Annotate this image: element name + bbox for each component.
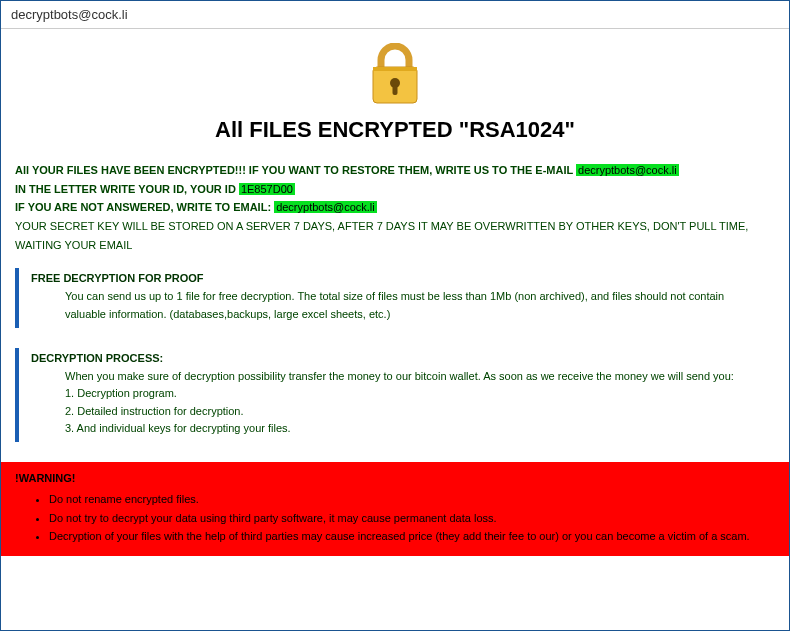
lock-icon [367, 43, 423, 109]
free-decryption-section: FREE DECRYPTION FOR PROOF You can send u… [15, 268, 775, 327]
warning-title: !WARNING! [15, 472, 775, 484]
svg-rect-3 [393, 85, 398, 95]
process-line-1: 1. Decryption program. [65, 385, 765, 403]
id-highlight: 1E857D00 [239, 183, 295, 195]
svg-rect-1 [373, 67, 417, 71]
process-line-intro: When you make sure of decryption possibi… [65, 368, 765, 386]
warning-panel: !WARNING! Do not rename encrypted files.… [1, 462, 789, 556]
content-scroll-area[interactable]: All FILES ENCRYPTED "RSA1024" All YOUR F… [1, 29, 789, 630]
decryption-process-title: DECRYPTION PROCESS: [31, 352, 765, 364]
email-highlight-2: decryptbots@cock.li [274, 201, 377, 213]
decryption-process-section: DECRYPTION PROCESS: When you make sure o… [15, 348, 775, 442]
intro-line1: All YOUR FILES HAVE BEEN ENCRYPTED!!! IF… [15, 164, 576, 176]
intro-line4: YOUR SECRET KEY WILL BE STORED ON A SERV… [15, 217, 775, 254]
intro-block: All YOUR FILES HAVE BEEN ENCRYPTED!!! IF… [15, 161, 775, 254]
warning-item-2: Do not try to decrypt your data using th… [49, 509, 775, 528]
free-decryption-body: You can send us up to 1 file for free de… [31, 288, 765, 323]
process-line-3: 3. And individual keys for decrypting yo… [65, 420, 765, 438]
page-title: All FILES ENCRYPTED "RSA1024" [15, 117, 775, 143]
warning-item-1: Do not rename encrypted files. [49, 490, 775, 509]
intro-line2: IN THE LETTER WRITE YOUR ID, YOUR ID [15, 183, 239, 195]
warning-item-3: Decryption of your files with the help o… [49, 527, 775, 546]
window-title: decryptbots@cock.li [11, 7, 128, 22]
free-decryption-title: FREE DECRYPTION FOR PROOF [31, 272, 765, 284]
process-line-2: 2. Detailed instruction for decryption. [65, 403, 765, 421]
window-titlebar: decryptbots@cock.li [1, 1, 789, 29]
email-highlight-1: decryptbots@cock.li [576, 164, 679, 176]
intro-line3: IF YOU ARE NOT ANSWERED, WRITE TO EMAIL: [15, 201, 274, 213]
